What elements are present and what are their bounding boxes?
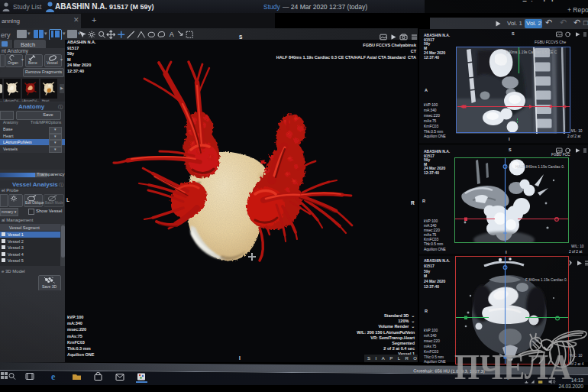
svg-text:A: A xyxy=(170,31,174,38)
svg-text:e: e xyxy=(51,371,56,382)
